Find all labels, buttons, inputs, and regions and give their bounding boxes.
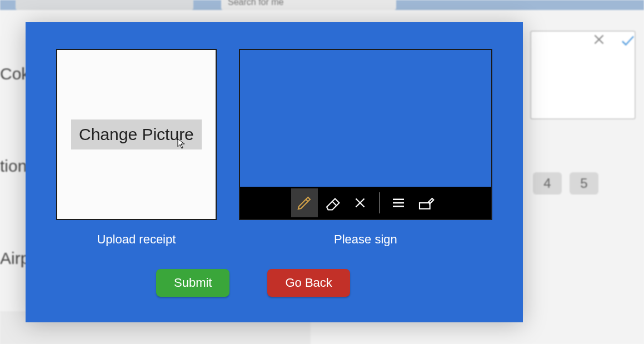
clear-icon[interactable] bbox=[347, 188, 373, 217]
close-icon[interactable] bbox=[592, 32, 606, 49]
search-placeholder: Search for me bbox=[228, 0, 283, 7]
rating-badge[interactable]: 4 bbox=[533, 172, 562, 195]
svg-rect-7 bbox=[420, 203, 430, 209]
eraser-icon[interactable] bbox=[319, 188, 346, 217]
change-picture-button[interactable]: Change Picture bbox=[71, 119, 202, 149]
pen-icon[interactable] bbox=[291, 188, 318, 217]
rating-badge[interactable]: 5 bbox=[570, 172, 598, 195]
ink-toolbar bbox=[240, 187, 491, 219]
go-back-button[interactable]: Go Back bbox=[267, 269, 350, 297]
signature-caption: Please sign bbox=[239, 232, 492, 247]
signature-box bbox=[239, 49, 492, 220]
receipt-upload-box[interactable]: Change Picture bbox=[56, 49, 217, 220]
background-dropdown[interactable] bbox=[16, 0, 193, 10]
upload-sign-modal: Change Picture bbox=[26, 22, 523, 322]
touch-write-icon[interactable] bbox=[413, 188, 440, 217]
submit-button[interactable]: Submit bbox=[156, 269, 229, 297]
upload-caption: Upload receipt bbox=[56, 232, 217, 247]
toolbar-divider bbox=[379, 192, 380, 213]
signature-canvas[interactable] bbox=[240, 50, 491, 187]
ruled-icon[interactable] bbox=[385, 188, 412, 217]
background-search[interactable]: Search for me bbox=[221, 0, 396, 10]
check-icon[interactable] bbox=[620, 32, 636, 51]
background-label: tion bbox=[0, 157, 27, 176]
